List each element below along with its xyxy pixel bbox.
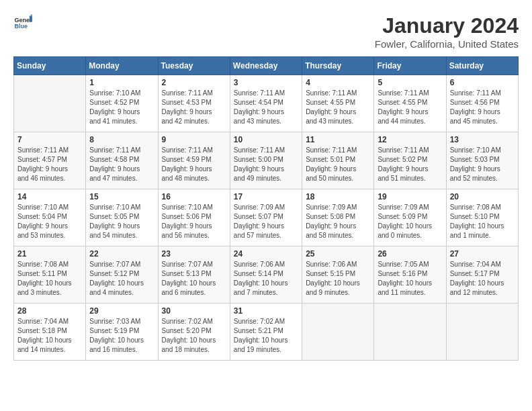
week-row-2: 14Sunrise: 7:10 AM Sunset: 5:04 PM Dayli… xyxy=(14,189,519,246)
day-info: Sunrise: 7:09 AM Sunset: 5:07 PM Dayligh… xyxy=(234,203,298,240)
calendar-cell: 21Sunrise: 7:08 AM Sunset: 5:11 PM Dayli… xyxy=(14,246,86,304)
day-info: Sunrise: 7:10 AM Sunset: 5:06 PM Dayligh… xyxy=(162,203,226,240)
calendar-cell: 3Sunrise: 7:11 AM Sunset: 4:54 PM Daylig… xyxy=(230,75,302,132)
calendar-table: SundayMondayTuesdayWednesdayThursdayFrid… xyxy=(13,56,519,361)
day-info: Sunrise: 7:11 AM Sunset: 5:01 PM Dayligh… xyxy=(306,146,370,183)
day-info: Sunrise: 7:08 AM Sunset: 5:10 PM Dayligh… xyxy=(450,203,515,240)
day-info: Sunrise: 7:11 AM Sunset: 4:58 PM Dayligh… xyxy=(89,146,154,183)
calendar-cell: 17Sunrise: 7:09 AM Sunset: 5:07 PM Dayli… xyxy=(230,189,302,246)
calendar-cell: 12Sunrise: 7:11 AM Sunset: 5:02 PM Dayli… xyxy=(374,132,446,189)
day-info: Sunrise: 7:02 AM Sunset: 5:20 PM Dayligh… xyxy=(162,317,226,355)
week-row-1: 7Sunrise: 7:11 AM Sunset: 4:57 PM Daylig… xyxy=(14,132,519,189)
day-number: 23 xyxy=(162,249,226,259)
day-info: Sunrise: 7:10 AM Sunset: 5:03 PM Dayligh… xyxy=(450,146,515,183)
day-number: 1 xyxy=(89,78,154,87)
location: Fowler, California, United States xyxy=(375,38,519,50)
calendar-cell xyxy=(446,304,518,361)
logo: General Blue xyxy=(13,13,32,32)
day-info: Sunrise: 7:06 AM Sunset: 5:14 PM Dayligh… xyxy=(234,260,298,298)
day-number: 11 xyxy=(306,135,370,144)
day-info: Sunrise: 7:09 AM Sunset: 5:08 PM Dayligh… xyxy=(306,203,370,240)
day-number: 26 xyxy=(378,249,442,259)
calendar-cell: 4Sunrise: 7:11 AM Sunset: 4:55 PM Daylig… xyxy=(302,75,374,132)
day-number: 24 xyxy=(234,249,298,259)
calendar-cell: 24Sunrise: 7:06 AM Sunset: 5:14 PM Dayli… xyxy=(230,246,302,304)
calendar-cell: 23Sunrise: 7:07 AM Sunset: 5:13 PM Dayli… xyxy=(158,246,230,304)
day-number: 19 xyxy=(378,192,442,201)
day-info: Sunrise: 7:11 AM Sunset: 4:57 PM Dayligh… xyxy=(17,146,82,183)
day-info: Sunrise: 7:11 AM Sunset: 5:02 PM Dayligh… xyxy=(378,146,442,183)
weekday-header-monday: Monday xyxy=(86,57,158,75)
day-info: Sunrise: 7:11 AM Sunset: 4:54 PM Dayligh… xyxy=(234,89,298,126)
day-number: 15 xyxy=(89,192,154,201)
calendar-cell: 25Sunrise: 7:06 AM Sunset: 5:15 PM Dayli… xyxy=(302,246,374,304)
calendar-cell: 20Sunrise: 7:08 AM Sunset: 5:10 PM Dayli… xyxy=(446,189,518,246)
weekday-header-saturday: Saturday xyxy=(446,57,518,75)
day-number: 27 xyxy=(450,249,515,259)
day-info: Sunrise: 7:07 AM Sunset: 5:13 PM Dayligh… xyxy=(162,260,226,298)
day-info: Sunrise: 7:11 AM Sunset: 4:53 PM Dayligh… xyxy=(162,89,226,126)
calendar-cell: 29Sunrise: 7:03 AM Sunset: 5:19 PM Dayli… xyxy=(86,304,158,361)
day-number: 22 xyxy=(89,249,154,259)
day-number: 14 xyxy=(17,192,82,201)
week-row-4: 28Sunrise: 7:04 AM Sunset: 5:18 PM Dayli… xyxy=(14,304,519,361)
day-number: 30 xyxy=(162,306,226,316)
day-number: 17 xyxy=(234,192,298,201)
day-info: Sunrise: 7:09 AM Sunset: 5:09 PM Dayligh… xyxy=(378,203,442,240)
calendar-cell: 9Sunrise: 7:11 AM Sunset: 4:59 PM Daylig… xyxy=(158,132,230,189)
weekday-header-tuesday: Tuesday xyxy=(158,57,230,75)
day-info: Sunrise: 7:02 AM Sunset: 5:21 PM Dayligh… xyxy=(234,317,298,355)
day-info: Sunrise: 7:07 AM Sunset: 5:12 PM Dayligh… xyxy=(89,260,154,298)
page-header: General Blue January 2024 Fowler, Califo… xyxy=(13,13,519,50)
logo-icon: General Blue xyxy=(13,13,32,32)
calendar-cell: 7Sunrise: 7:11 AM Sunset: 4:57 PM Daylig… xyxy=(14,132,86,189)
week-row-0: 1Sunrise: 7:10 AM Sunset: 4:52 PM Daylig… xyxy=(14,75,519,132)
weekday-header-friday: Friday xyxy=(374,57,446,75)
day-info: Sunrise: 7:10 AM Sunset: 5:05 PM Dayligh… xyxy=(89,203,154,240)
day-number: 4 xyxy=(306,78,370,87)
calendar-cell: 16Sunrise: 7:10 AM Sunset: 5:06 PM Dayli… xyxy=(158,189,230,246)
weekday-header-row: SundayMondayTuesdayWednesdayThursdayFrid… xyxy=(14,57,519,75)
calendar-cell xyxy=(14,75,86,132)
day-number: 7 xyxy=(17,135,82,144)
day-number: 5 xyxy=(378,78,442,87)
calendar-cell: 31Sunrise: 7:02 AM Sunset: 5:21 PM Dayli… xyxy=(230,304,302,361)
calendar-cell: 6Sunrise: 7:11 AM Sunset: 4:56 PM Daylig… xyxy=(446,75,518,132)
day-number: 16 xyxy=(162,192,226,201)
calendar-cell: 18Sunrise: 7:09 AM Sunset: 5:08 PM Dayli… xyxy=(302,189,374,246)
calendar-cell: 1Sunrise: 7:10 AM Sunset: 4:52 PM Daylig… xyxy=(86,75,158,132)
day-number: 10 xyxy=(234,135,298,144)
calendar-cell: 30Sunrise: 7:02 AM Sunset: 5:20 PM Dayli… xyxy=(158,304,230,361)
day-number: 2 xyxy=(162,78,226,87)
month-title: January 2024 xyxy=(375,13,519,38)
calendar-cell: 11Sunrise: 7:11 AM Sunset: 5:01 PM Dayli… xyxy=(302,132,374,189)
day-info: Sunrise: 7:11 AM Sunset: 4:55 PM Dayligh… xyxy=(306,89,370,126)
day-number: 31 xyxy=(234,306,298,316)
day-number: 6 xyxy=(450,78,515,87)
day-info: Sunrise: 7:11 AM Sunset: 4:55 PM Dayligh… xyxy=(378,89,442,126)
day-info: Sunrise: 7:11 AM Sunset: 4:59 PM Dayligh… xyxy=(162,146,226,183)
svg-marker-2 xyxy=(30,16,32,22)
day-info: Sunrise: 7:03 AM Sunset: 5:19 PM Dayligh… xyxy=(89,317,154,355)
calendar-cell: 5Sunrise: 7:11 AM Sunset: 4:55 PM Daylig… xyxy=(374,75,446,132)
calendar-cell: 13Sunrise: 7:10 AM Sunset: 5:03 PM Dayli… xyxy=(446,132,518,189)
day-info: Sunrise: 7:10 AM Sunset: 4:52 PM Dayligh… xyxy=(89,89,154,126)
day-number: 12 xyxy=(378,135,442,144)
day-number: 8 xyxy=(89,135,154,144)
calendar-cell xyxy=(374,304,446,361)
day-info: Sunrise: 7:08 AM Sunset: 5:11 PM Dayligh… xyxy=(17,260,82,298)
day-number: 3 xyxy=(234,78,298,87)
day-number: 28 xyxy=(17,306,82,316)
day-info: Sunrise: 7:04 AM Sunset: 5:17 PM Dayligh… xyxy=(450,260,515,298)
weekday-header-wednesday: Wednesday xyxy=(230,57,302,75)
day-number: 29 xyxy=(89,306,154,316)
calendar-cell: 2Sunrise: 7:11 AM Sunset: 4:53 PM Daylig… xyxy=(158,75,230,132)
day-number: 20 xyxy=(450,192,515,201)
day-number: 13 xyxy=(450,135,515,144)
day-number: 25 xyxy=(306,249,370,259)
calendar-cell: 15Sunrise: 7:10 AM Sunset: 5:05 PM Dayli… xyxy=(86,189,158,246)
day-info: Sunrise: 7:10 AM Sunset: 5:04 PM Dayligh… xyxy=(17,203,82,240)
weekday-header-sunday: Sunday xyxy=(14,57,86,75)
day-number: 21 xyxy=(17,249,82,259)
day-info: Sunrise: 7:06 AM Sunset: 5:15 PM Dayligh… xyxy=(306,260,370,298)
